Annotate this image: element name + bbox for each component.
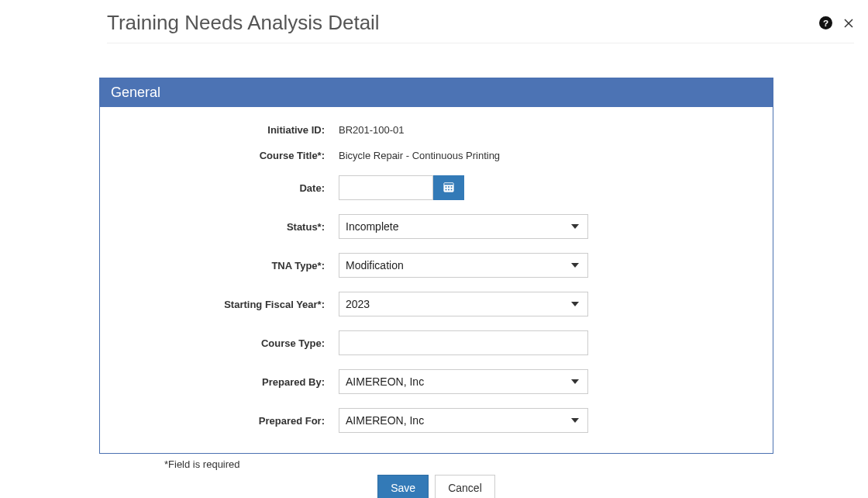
panel-heading: General <box>100 78 773 107</box>
tna-type-label: TNA Type*: <box>122 260 339 271</box>
header-divider <box>107 43 854 43</box>
svg-rect-8 <box>448 186 450 188</box>
svg-rect-12 <box>451 188 453 190</box>
date-input[interactable] <box>339 175 433 200</box>
prepared-for-label: Prepared For: <box>122 415 339 427</box>
svg-text:?: ? <box>822 18 828 28</box>
svg-rect-9 <box>451 186 453 188</box>
page-title: Training Needs Analysis Detail <box>107 11 380 35</box>
course-type-label: Course Type: <box>122 337 339 349</box>
date-label: Date: <box>122 182 339 194</box>
save-button[interactable]: Save <box>377 475 429 498</box>
general-panel: General Initiative ID: BR201-100-01 Cour… <box>99 78 773 454</box>
close-icon[interactable] <box>843 18 854 29</box>
svg-rect-10 <box>446 188 447 190</box>
cancel-button[interactable]: Cancel <box>435 475 495 498</box>
fiscal-year-label: Starting Fiscal Year*: <box>122 299 339 310</box>
prepared-by-label: Prepared By: <box>122 376 339 388</box>
initiative-id-value: BR201-100-01 <box>339 124 405 136</box>
prepared-by-select[interactable]: AIMEREON, Inc <box>339 369 588 394</box>
help-icon[interactable]: ? <box>818 16 832 30</box>
svg-rect-11 <box>448 188 450 190</box>
initiative-id-label: Initiative ID: <box>122 124 339 136</box>
prepared-for-select[interactable]: AIMEREON, Inc <box>339 408 588 433</box>
fiscal-year-select[interactable]: 2023 <box>339 292 588 316</box>
required-field-note: *Field is required <box>164 458 773 470</box>
calendar-icon <box>443 182 454 195</box>
svg-rect-7 <box>446 186 447 188</box>
status-label: Status*: <box>122 221 339 233</box>
tna-type-select[interactable]: Modification <box>339 253 588 278</box>
course-type-input[interactable] <box>339 330 588 355</box>
status-select[interactable]: Incomplete <box>339 214 588 239</box>
date-picker-button[interactable] <box>433 175 464 200</box>
course-title-value: Bicycle Repair - Continuous Printing <box>339 150 500 161</box>
course-title-label: Course Title*: <box>122 150 339 161</box>
